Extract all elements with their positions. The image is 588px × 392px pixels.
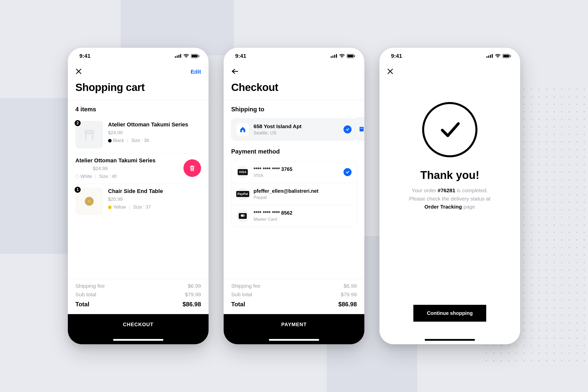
status-icons [331,54,355,58]
svg-rect-18 [348,55,353,57]
payment-label: Payment method [224,140,364,160]
address-line1: 658 Yost Island Apt [254,123,339,129]
subtotal-label: Sub total [231,291,252,298]
card-number: **** **** **** 8562 [254,210,352,216]
payment-methods: VISA **** **** **** 3765 VISA PayPal pfe… [231,161,357,227]
total-label: Total [231,301,245,308]
cta-label: PAYMENT [281,322,307,327]
shipping-label: Shipping fee [75,283,105,289]
order-number: #76281 [438,187,455,193]
svg-rect-9 [92,134,93,140]
svg-rect-28 [490,55,491,58]
size-label: Size : 38 [131,138,149,143]
home-icon [236,123,249,136]
phone-checkout: 9:41 Checkout Shipping to 658 Yost Islan [224,48,364,344]
edit-button[interactable]: Edit [190,69,201,75]
trash-icon [189,165,196,172]
item-name: Atelier Ottoman Takumi Series [75,157,178,164]
thankyou-message: Your order #76281 is completed. Please c… [409,186,490,211]
status-icons [175,54,200,58]
svg-rect-13 [331,56,332,58]
card-brand: Master Card [254,217,352,222]
item-meta: Yellow | Size : 37 [108,205,201,210]
order-summary: Shipping fee$6.99 Sub total$79.99 Total$… [224,279,364,314]
battery-icon [503,54,511,58]
address-line2: Seattle, US [254,130,339,136]
item-price: $24.99 [75,166,178,171]
ty-text-line2-post: page [462,204,475,210]
svg-rect-26 [486,56,487,58]
wifi-icon [495,54,501,58]
delete-button[interactable] [183,159,201,177]
subtotal-value: $79.99 [185,291,201,298]
status-bar: 9:41 [224,48,364,64]
product-thumb: 2 [75,121,103,149]
svg-rect-29 [492,54,493,58]
home-indicator [425,339,475,341]
cart-item[interactable]: 2 Atelier Ottoman Takumi Series $24.00 B… [75,117,201,152]
svg-rect-16 [336,54,337,58]
svg-rect-23 [362,128,363,129]
close-icon[interactable] [387,68,394,76]
cellular-icon [486,54,493,58]
item-name: Atelier Ottoman Takumi Series [108,121,201,128]
thankyou-title: Thank you! [420,169,479,181]
color-swatch-icon [75,175,79,178]
svg-rect-5 [192,55,198,57]
paypal-icon: PayPal [236,188,249,200]
card-brand: Paypal [254,195,352,200]
ty-text-line2: Please check the delivery status at [409,196,490,202]
shipping-value: $6.99 [344,283,357,289]
close-icon[interactable] [75,68,82,76]
color-label: White [80,174,92,179]
items-count: 4 items [68,100,209,117]
svg-rect-22 [361,128,361,129]
qty-badge: 1 [74,186,81,193]
subtotal-value: $79.99 [341,291,357,298]
order-tracking-link[interactable]: Order Tracking [424,204,462,210]
success-check-icon [422,102,477,157]
total-label: Total [75,301,89,308]
svg-rect-32 [510,55,511,57]
status-icons [486,54,511,58]
cart-item[interactable]: 1 Chair Side End Table $20.99 Yellow | S… [75,184,201,219]
ty-text-post: is completed. [455,187,488,193]
cta-label: Continue shopping [427,310,473,316]
cta-label: CHECKOUT [123,322,153,327]
subtotal-label: Sub total [75,291,96,298]
svg-rect-0 [175,56,176,58]
back-icon[interactable] [231,68,239,75]
payment-method[interactable]: PayPal pfeffer_ellen@balistreri.net Payp… [231,183,357,205]
qty-badge: 2 [74,119,81,127]
size-label: Size : 40 [99,174,117,179]
color-swatch-icon [108,139,112,142]
paypal-email: pfeffer_ellen@balistreri.net [254,188,352,194]
battery-icon [191,54,200,58]
payment-method[interactable]: **** **** **** 8562 Master Card [231,205,357,227]
payment-method[interactable]: VISA **** **** **** 3765 VISA [231,161,357,183]
order-summary: Shipping fee$6.99 Sub total$79.99 Total$… [68,279,209,314]
status-time: 9:41 [391,53,402,59]
svg-rect-6 [199,55,199,57]
cart-item-swiped[interactable]: Atelier Ottoman Takumi Series $24.99 Whi… [75,153,201,183]
status-time: 9:41 [79,53,90,59]
page-title: Checkout [224,79,364,100]
address-card-next[interactable] [354,117,364,140]
address-card[interactable]: 658 Yost Island Apt Seattle, US [231,118,357,140]
wifi-icon [339,54,345,58]
svg-rect-2 [178,55,179,58]
color-label: Black [113,138,124,143]
status-time: 9:41 [235,53,246,59]
product-image-icon [82,194,97,209]
battery-icon [347,54,355,58]
shipping-value: $6.99 [188,283,201,289]
product-thumb: 1 [75,187,103,215]
total-value: $86.98 [338,301,357,308]
home-indicator [269,339,319,341]
size-label: Size : 37 [133,205,151,210]
product-image-icon [82,127,97,142]
item-price: $24.00 [108,130,201,135]
item-name: Chair Side End Table [108,188,201,194]
card-number: **** **** **** 3765 [254,166,339,172]
continue-shopping-button[interactable]: Continue shopping [413,305,486,322]
